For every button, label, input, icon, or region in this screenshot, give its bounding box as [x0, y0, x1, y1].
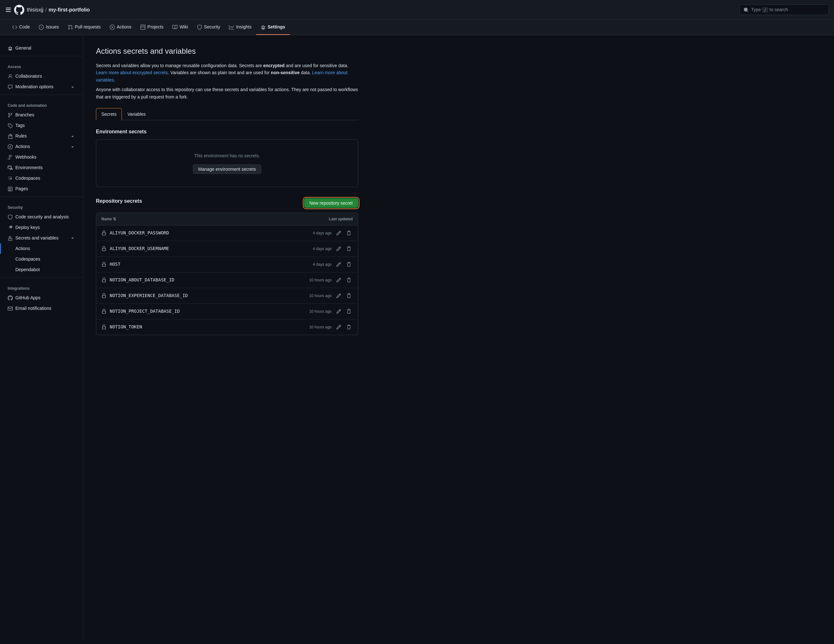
secret-time: 10 hours ago	[300, 324, 331, 330]
trash-icon	[346, 293, 351, 299]
sidebar-item-rules[interactable]: Rules	[0, 131, 83, 141]
delete-secret-button[interactable]	[345, 308, 353, 315]
wiki-icon	[172, 24, 178, 30]
secret-time: 4 days ago	[300, 230, 331, 236]
sidebar-sub-item-actions[interactable]: Actions	[0, 243, 83, 254]
sidebar-item-actions-label: Actions	[15, 143, 30, 150]
learn-more-secrets-link[interactable]: Learn more about encrypted secrets	[96, 70, 168, 75]
tag-icon	[8, 123, 13, 128]
table-row: NOTION_EXPERIENCE_DATABASE_ID 10 hours a…	[96, 288, 358, 304]
edit-secret-button[interactable]	[335, 292, 343, 300]
sidebar-item-branches[interactable]: Branches	[0, 110, 83, 120]
edit-icon	[336, 246, 341, 251]
search-bar[interactable]: Type / to search	[739, 5, 829, 15]
sidebar-item-moderation-label: Moderation options	[15, 84, 53, 90]
table-row: NOTION_TOKEN 10 hours ago	[96, 320, 358, 335]
secret-time: 10 hours ago	[300, 277, 331, 283]
sidebar-item-codespaces[interactable]: Codespaces	[0, 173, 83, 184]
pr-icon	[68, 24, 73, 30]
sidebar-item-pages-label: Pages	[15, 186, 28, 192]
nav-tab-issues[interactable]: Issues	[34, 20, 63, 35]
comment-icon	[8, 84, 13, 90]
delete-secret-button[interactable]	[345, 229, 353, 237]
repo-name[interactable]: my-first-portfolio	[48, 6, 90, 14]
sidebar-item-collaborators-label: Collaborators	[15, 73, 42, 80]
edit-secret-button[interactable]	[335, 261, 343, 268]
edit-icon	[336, 231, 341, 236]
table-header-last-updated: Last updated	[329, 216, 353, 222]
delete-secret-button[interactable]	[345, 323, 353, 331]
branch-icon	[8, 113, 13, 118]
edit-secret-button[interactable]	[335, 323, 343, 331]
row-actions	[335, 229, 353, 237]
secret-name: ALIYUN_DOCKER_USERNAME	[110, 245, 296, 252]
env-empty-message: This environment has no secrets.	[104, 153, 350, 159]
repo-nav: Code Issues Pull requests Actions Projec…	[0, 20, 834, 35]
tab-secrets[interactable]: Secrets	[96, 108, 122, 120]
code-icon	[12, 24, 17, 30]
sidebar-item-collaborators[interactable]: Collaborators	[0, 71, 83, 82]
edit-secret-button[interactable]	[335, 308, 343, 315]
sidebar-item-github-apps-label: GitHub Apps	[15, 294, 40, 301]
repo-secrets-section: Repository secrets New repository secret…	[96, 197, 358, 335]
sidebar-item-codespaces-label: Codespaces	[15, 175, 40, 182]
nav-tab-security[interactable]: Security	[192, 20, 225, 35]
sidebar-item-environments[interactable]: Environments	[0, 163, 83, 173]
breadcrumb-separator: /	[45, 6, 47, 14]
edit-secret-button[interactable]	[335, 229, 343, 237]
hamburger-menu[interactable]	[5, 7, 11, 13]
codespaces-icon	[8, 176, 13, 181]
sidebar-sub-item-dependabot[interactable]: Dependabot	[0, 265, 83, 275]
delete-secret-button[interactable]	[345, 292, 353, 300]
delete-secret-button[interactable]	[345, 245, 353, 253]
table-row: HOST 4 days ago	[96, 257, 358, 273]
lock-icon	[101, 246, 107, 251]
sidebar-divider-2	[0, 95, 83, 95]
row-actions	[335, 308, 353, 315]
sidebar-sub-item-codespaces[interactable]: Codespaces	[0, 254, 83, 265]
sidebar-item-general[interactable]: General	[0, 43, 83, 53]
sidebar-item-code-security[interactable]: Code security and analysis	[0, 212, 83, 222]
actions-nav-icon	[110, 24, 115, 30]
settings-icon	[260, 24, 266, 30]
nav-tab-wiki[interactable]: Wiki	[168, 20, 192, 35]
new-repo-secret-button[interactable]: New repository secret	[304, 198, 358, 208]
sidebar-item-secrets-variables[interactable]: Secrets and variables	[0, 233, 83, 243]
environments-icon	[8, 165, 13, 170]
chevron-secrets	[70, 236, 75, 241]
repo-secrets-title: Repository secrets	[96, 197, 142, 205]
nav-tab-code[interactable]: Code	[8, 20, 34, 35]
row-actions	[335, 261, 353, 268]
gear-icon	[8, 46, 13, 51]
nav-tab-security-label: Security	[204, 24, 220, 31]
delete-secret-button[interactable]	[345, 276, 353, 284]
trash-icon	[346, 309, 351, 314]
sidebar-section-integrations: Integrations	[0, 281, 83, 292]
sidebar-item-tags[interactable]: Tags	[0, 120, 83, 131]
sidebar-section-security: Security	[0, 200, 83, 212]
sidebar-item-github-apps[interactable]: GitHub Apps	[0, 292, 83, 303]
delete-secret-button[interactable]	[345, 261, 353, 268]
nav-tab-pr[interactable]: Pull requests	[63, 20, 105, 35]
secret-time: 10 hours ago	[300, 293, 331, 299]
lock-icon	[101, 231, 107, 236]
shield-icon	[8, 215, 13, 220]
secrets-rows: ALIYUN_DOCKER_PASSWORD 4 days ago ALIYUN…	[96, 226, 358, 335]
nav-tab-actions[interactable]: Actions	[105, 20, 136, 35]
edit-secret-button[interactable]	[335, 276, 343, 284]
sidebar-item-actions[interactable]: Actions	[0, 141, 83, 152]
nav-tab-projects[interactable]: Projects	[136, 20, 168, 35]
username[interactable]: thisisxjj	[27, 6, 44, 14]
sidebar-item-deploy-keys[interactable]: Deploy keys	[0, 222, 83, 233]
nav-tab-insights[interactable]: Insights	[225, 20, 256, 35]
manage-env-secrets-button[interactable]: Manage environment secrets	[193, 165, 262, 174]
tab-variables[interactable]: Variables	[122, 108, 151, 120]
sidebar-item-email-notifications-label: Email notifications	[15, 305, 52, 312]
lock-icon	[101, 278, 107, 282]
edit-secret-button[interactable]	[335, 245, 343, 253]
sidebar-item-pages[interactable]: Pages	[0, 184, 83, 194]
sidebar-item-webhooks[interactable]: Webhooks	[0, 152, 83, 163]
nav-tab-settings[interactable]: Settings	[256, 20, 290, 35]
sidebar-item-moderation[interactable]: Moderation options	[0, 82, 83, 92]
sidebar-item-email-notifications[interactable]: Email notifications	[0, 303, 83, 314]
